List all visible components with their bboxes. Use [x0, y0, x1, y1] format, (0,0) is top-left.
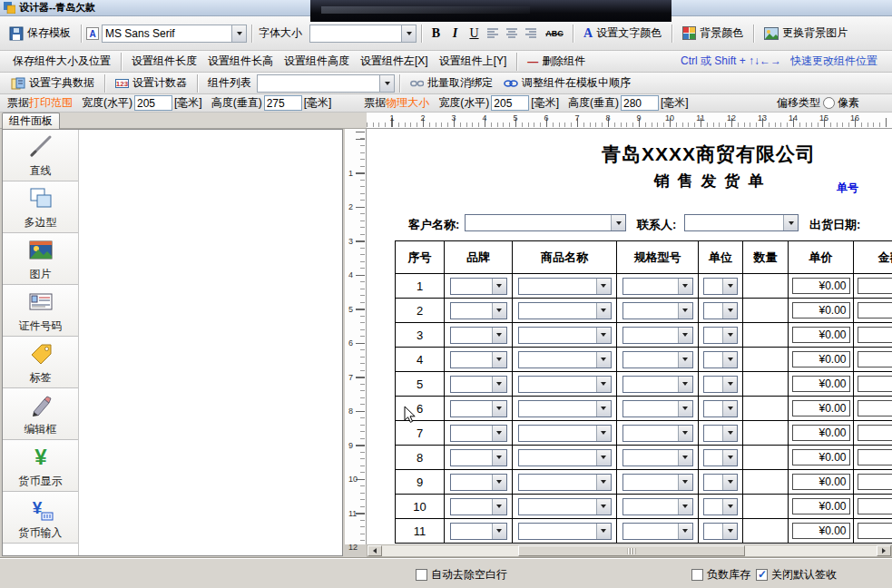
checkbox-icon[interactable] [756, 569, 768, 581]
print-width-input[interactable] [134, 95, 172, 111]
scrollbar-thumb[interactable] [518, 545, 745, 556]
spec-select[interactable] [622, 523, 693, 540]
scroll-right-button[interactable] [877, 545, 891, 556]
amount-box[interactable] [858, 376, 892, 392]
tool-id-number[interactable]: 证件号码 [3, 285, 78, 337]
brand-select[interactable] [450, 376, 507, 393]
tool-currency-input[interactable]: ¥货币输入 [3, 492, 78, 544]
physical-width-input[interactable] [491, 95, 529, 111]
product-select[interactable] [518, 523, 612, 540]
tool-currency-display[interactable]: ¥货币显示 [3, 440, 78, 492]
set-component-length-button[interactable]: 设置组件长度 [126, 52, 202, 71]
brand-select[interactable] [450, 400, 507, 417]
close-default-sign-option[interactable]: 关闭默认签收 [756, 567, 837, 583]
component-panel-tab[interactable]: 组件面板 [2, 113, 60, 129]
unit-price-box[interactable]: ¥0.00 [792, 400, 850, 416]
tool-image[interactable]: 图片 [3, 233, 78, 285]
customer-select[interactable] [465, 214, 626, 231]
horizontal-scrollbar[interactable] [367, 544, 892, 557]
font-family-select[interactable]: MS Sans Serif [102, 24, 247, 43]
unit-price-box[interactable]: ¥0.00 [792, 278, 850, 294]
brand-select[interactable] [450, 425, 507, 442]
set-component-height-button[interactable]: 设置组件高度 [279, 52, 355, 71]
set-component-left-x-button[interactable]: 设置组件左[X] [355, 52, 434, 71]
amount-box[interactable] [858, 474, 892, 490]
amount-box[interactable] [858, 327, 892, 343]
unit-select[interactable] [703, 474, 738, 491]
brand-select[interactable] [450, 449, 507, 466]
batch-unbind-button[interactable]: 批量取消绑定 [405, 74, 498, 93]
unit-price-box[interactable]: ¥0.00 [792, 449, 850, 466]
unit-select[interactable] [703, 302, 738, 319]
brand-select[interactable] [450, 474, 507, 491]
unit-select[interactable] [703, 376, 738, 393]
product-select[interactable] [518, 498, 612, 515]
save-component-size-pos-button[interactable]: 保存组件大小及位置 [7, 52, 116, 71]
contact-label[interactable]: 联系人: [637, 217, 676, 233]
brand-select[interactable] [450, 302, 507, 319]
product-select[interactable] [518, 376, 612, 393]
spec-select[interactable] [622, 327, 693, 344]
brand-select[interactable] [450, 498, 507, 515]
unit-select[interactable] [703, 278, 738, 295]
amount-box[interactable] [858, 498, 892, 514]
unit-price-box[interactable]: ¥0.00 [792, 425, 850, 441]
spec-select[interactable] [622, 425, 693, 442]
spec-select[interactable] [622, 498, 693, 515]
scrollbar-track[interactable] [382, 545, 877, 556]
italic-button[interactable]: I [446, 24, 465, 43]
product-select[interactable] [518, 351, 612, 368]
company-name[interactable]: 青岛XXXX商贸有限公司 [367, 142, 892, 167]
unit-select[interactable] [703, 400, 738, 417]
unit-price-box[interactable]: ¥0.00 [792, 351, 850, 368]
unit-select[interactable] [703, 327, 738, 344]
offset-pixel-radio[interactable] [823, 97, 835, 109]
product-select[interactable] [518, 400, 612, 417]
background-color-button[interactable]: 背景颜色 [677, 24, 749, 43]
font-size-select[interactable] [309, 24, 417, 43]
set-component-top-y-button[interactable]: 设置组件上[Y] [434, 52, 513, 71]
auto-remove-blank-rows-option[interactable]: 自动去除空白行 [416, 567, 507, 583]
amount-box[interactable] [858, 302, 892, 318]
amount-box[interactable] [858, 523, 892, 539]
customer-label[interactable]: 客户名称: [408, 217, 459, 233]
order-number-label[interactable]: 单号 [837, 181, 858, 196]
unit-price-box[interactable]: ¥0.00 [792, 523, 850, 539]
unit-price-box[interactable]: ¥0.00 [792, 302, 850, 318]
underline-button[interactable]: U [465, 24, 484, 43]
brand-select[interactable] [450, 278, 507, 295]
save-template-button[interactable]: 保存模板 [4, 24, 76, 43]
print-height-input[interactable] [264, 95, 302, 111]
tool-polygon[interactable]: 多边型 [3, 181, 78, 233]
align-right-button[interactable] [522, 24, 541, 43]
spec-select[interactable] [622, 278, 693, 295]
set-counter-button[interactable]: 123 设置计数器 [110, 74, 192, 93]
adjust-component-order-button[interactable]: 调整组件在模板中顺序 [498, 74, 636, 93]
product-select[interactable] [518, 302, 612, 319]
checkbox-icon[interactable] [691, 569, 703, 581]
product-select[interactable] [518, 425, 612, 442]
unit-select[interactable] [703, 449, 738, 466]
unit-select[interactable] [703, 498, 738, 515]
tool-edit-box[interactable]: 编辑框 [3, 388, 78, 440]
quick-move-link[interactable]: 快速更改组件位置 [790, 54, 877, 69]
amount-box[interactable] [858, 425, 892, 441]
brand-select[interactable] [450, 351, 507, 368]
tool-line[interactable]: 直线 [3, 130, 78, 181]
negative-stock-option[interactable]: 负数库存 [691, 567, 750, 583]
amount-box[interactable] [858, 400, 892, 416]
tool-tag[interactable]: 标签 [3, 337, 78, 388]
ship-date-label[interactable]: 出货日期: [809, 217, 860, 233]
amount-box[interactable] [858, 351, 892, 368]
spec-select[interactable] [622, 400, 693, 417]
brand-select[interactable] [450, 523, 507, 540]
brand-select[interactable] [450, 327, 507, 344]
checkbox-icon[interactable] [416, 569, 427, 581]
unit-price-box[interactable]: ¥0.00 [792, 474, 850, 490]
physical-height-input[interactable] [621, 95, 659, 111]
spec-select[interactable] [622, 449, 693, 466]
unit-select[interactable] [703, 523, 738, 540]
scroll-left-button[interactable] [368, 545, 382, 556]
amount-box[interactable] [858, 278, 892, 294]
component-list-button[interactable]: 组件列表 [202, 74, 257, 93]
